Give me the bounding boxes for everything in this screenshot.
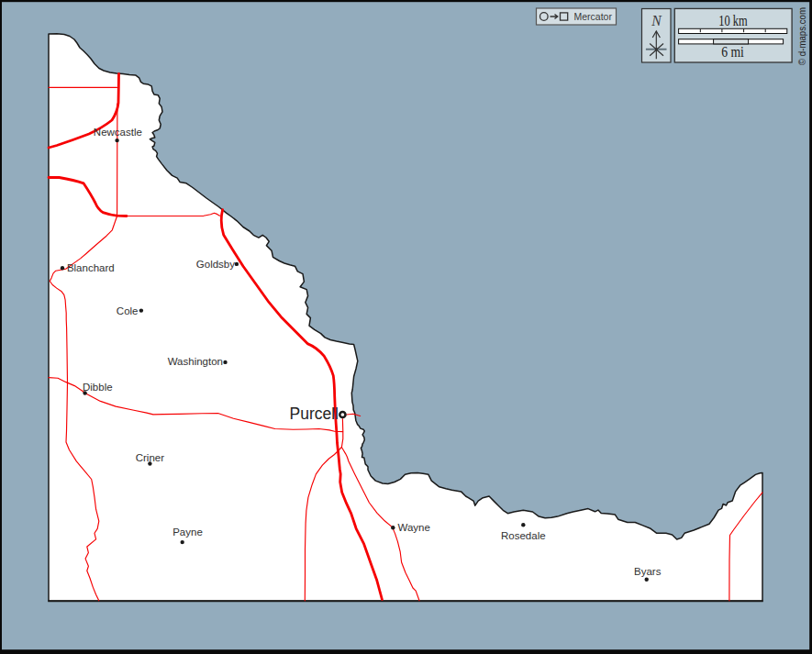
svg-text:Dibble: Dibble xyxy=(83,382,113,393)
svg-text:Criner: Criner xyxy=(136,452,164,463)
svg-text:Wayne: Wayne xyxy=(398,522,430,533)
svg-text:N: N xyxy=(651,13,662,28)
svg-text:Rosedale: Rosedale xyxy=(501,530,546,541)
svg-text:6 mi: 6 mi xyxy=(721,44,744,60)
svg-text:Byars: Byars xyxy=(634,566,662,577)
svg-text:Cole: Cole xyxy=(117,305,139,316)
svg-text:10 km: 10 km xyxy=(718,13,748,28)
svg-text:Newcastle: Newcastle xyxy=(94,127,142,138)
svg-text:Mercator: Mercator xyxy=(574,11,613,22)
svg-text:Washington: Washington xyxy=(168,356,223,367)
svg-text:Goldsby: Goldsby xyxy=(196,259,235,270)
svg-text:Purcell: Purcell xyxy=(290,405,339,423)
svg-text:Blanchard: Blanchard xyxy=(67,262,115,273)
svg-text:Payne: Payne xyxy=(172,527,203,538)
svg-text:© d-maps.com: © d-maps.com xyxy=(796,7,807,65)
